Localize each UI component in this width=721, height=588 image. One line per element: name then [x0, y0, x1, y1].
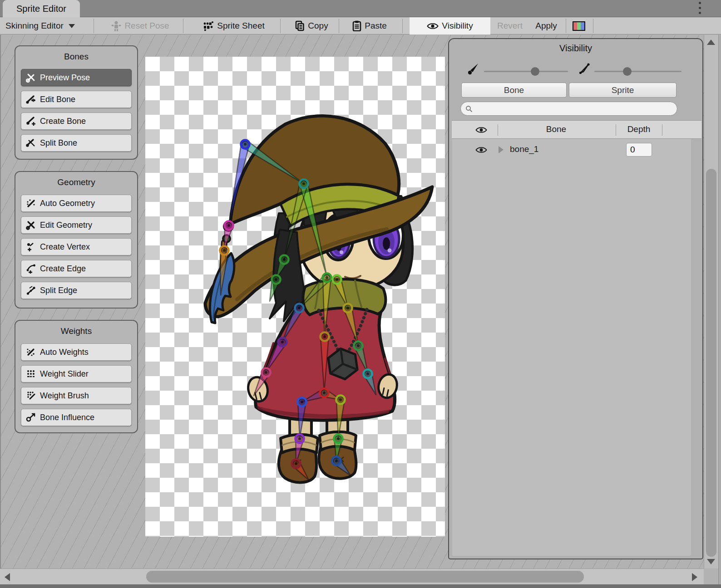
bone-row[interactable]: bone_1 — [452, 139, 701, 160]
sprite-canvas[interactable] — [145, 57, 445, 537]
reset-pose-button[interactable]: Reset Pose — [99, 17, 182, 34]
bone-outline-icon — [578, 63, 591, 75]
horizontal-scroll-thumb[interactable] — [146, 571, 584, 583]
bone-row-label: bone_1 — [510, 144, 538, 154]
toolbar-separator — [402, 19, 403, 33]
scroll-down-icon[interactable] — [707, 559, 715, 564]
bone-opacity-knob[interactable] — [531, 67, 539, 76]
window-right-edge — [718, 35, 721, 588]
eye-icon — [427, 22, 439, 30]
sprite-opacity-track[interactable] — [594, 71, 681, 72]
toolbar-separator — [183, 19, 183, 33]
visibility-panel-title: Visibility — [449, 43, 702, 54]
auto-weights-button[interactable]: Auto Weights — [21, 343, 132, 361]
depth-input[interactable] — [626, 143, 652, 157]
sprite-opacity-knob[interactable] — [623, 67, 632, 76]
window-tab-strip: Sprite Editor — [0, 0, 721, 17]
paste-icon — [352, 20, 361, 31]
column-depth: Depth — [621, 124, 657, 134]
panel-title: Weights — [21, 326, 132, 336]
column-separator — [662, 124, 662, 136]
eye-icon[interactable] — [475, 146, 487, 154]
column-separator — [498, 124, 498, 136]
eye-icon[interactable] — [475, 126, 487, 134]
preview-pose-button[interactable]: Preview Pose — [21, 69, 132, 86]
color-mode-icon[interactable] — [573, 21, 585, 31]
toolbar-separator — [280, 19, 281, 33]
search-field[interactable] — [460, 102, 677, 116]
create-bone-icon — [26, 116, 36, 126]
visibility-button[interactable]: Visibility — [410, 17, 490, 34]
window-bottom-edge — [0, 584, 721, 588]
sprite-sheet-button[interactable]: Sprite Sheet — [189, 17, 279, 34]
weight-slider-icon — [26, 369, 36, 379]
character-sprite — [145, 57, 445, 537]
weight-slider-button[interactable]: Weight Slider — [21, 365, 132, 382]
visibility-panel: Visibility Bone Sprite — [448, 38, 703, 559]
panel-weights: Weights Auto Weights Weight Slider Weigh… — [15, 320, 138, 433]
tab-sprite-editor[interactable]: Sprite Editor — [3, 0, 80, 17]
scroll-left-icon[interactable] — [5, 573, 10, 581]
vertical-scroll-thumb[interactable] — [706, 169, 716, 557]
column-separator — [616, 124, 616, 136]
toolbar-separator — [339, 19, 339, 33]
scroll-up-icon[interactable] — [707, 39, 715, 45]
sprite-sheet-icon — [203, 20, 214, 31]
create-edge-icon — [26, 264, 36, 274]
weight-brush-button[interactable]: Weight Brush — [21, 387, 132, 404]
bone-filled-icon — [467, 63, 479, 75]
horizontal-scrollbar[interactable] — [0, 568, 704, 584]
panel-title: Geometry — [21, 177, 132, 187]
edit-geometry-button[interactable]: Edit Geometry — [21, 216, 132, 234]
panel-bones: Bones Preview Pose Edit Bone Create Bone… — [15, 45, 138, 160]
split-bone-icon — [26, 138, 36, 148]
sprite-editor-window: Sprite Editor Skinning Editor Reset Pose — [0, 0, 721, 588]
bone-table-header: Bone Depth — [452, 120, 701, 139]
bone-influence-button[interactable]: Bone Influence — [21, 409, 132, 426]
bone-influence-icon — [26, 412, 36, 422]
tab-sprite[interactable]: Sprite — [569, 83, 677, 98]
editor-area: Bones Preview Pose Edit Bone Create Bone… — [0, 35, 704, 568]
auto-weights-icon — [26, 347, 36, 357]
split-edge-icon — [26, 285, 36, 295]
skinning-editor-dropdown[interactable]: Skinning Editor — [4, 17, 91, 34]
panel-geometry: Geometry Auto Geometry Edit Geometry Cre… — [15, 171, 138, 309]
bone-list-area — [452, 120, 691, 556]
copy-icon — [295, 20, 305, 31]
toolbar: Skinning Editor Reset Pose — [0, 17, 721, 34]
tab-title: Sprite Editor — [16, 4, 66, 14]
create-vertex-icon — [26, 242, 36, 252]
weight-brush-icon — [26, 391, 36, 401]
kebab-menu-icon[interactable] — [696, 2, 703, 15]
expander-icon[interactable] — [499, 146, 504, 153]
copy-button[interactable]: Copy — [286, 17, 337, 34]
edit-geometry-icon — [26, 220, 36, 230]
reset-pose-icon — [111, 20, 121, 31]
create-bone-button[interactable]: Create Bone — [21, 113, 132, 130]
column-bone: Bone — [524, 124, 588, 134]
panel-title: Bones — [21, 52, 132, 62]
auto-geometry-icon — [26, 198, 36, 208]
search-icon — [465, 105, 473, 113]
bone-opacity-track[interactable] — [484, 71, 568, 72]
revert-button[interactable]: Revert — [492, 17, 528, 34]
toolbar-separator — [94, 19, 94, 33]
create-vertex-button[interactable]: Create Vertex — [21, 238, 132, 255]
toolbar-separator — [566, 19, 566, 33]
split-bone-button[interactable]: Split Bone — [21, 134, 132, 152]
scroll-right-icon[interactable] — [692, 573, 697, 581]
edit-bone-button[interactable]: Edit Bone — [21, 91, 132, 108]
search-input[interactable] — [475, 104, 672, 114]
tab-bone[interactable]: Bone — [461, 83, 567, 98]
edit-bone-icon — [26, 94, 36, 104]
paste-button[interactable]: Paste — [344, 17, 395, 34]
auto-geometry-button[interactable]: Auto Geometry — [21, 195, 132, 212]
split-edge-button[interactable]: Split Edge — [21, 282, 132, 299]
preview-pose-icon — [26, 73, 36, 83]
toolbar-separator — [593, 19, 593, 33]
dropdown-arrow-icon — [69, 24, 75, 28]
apply-button[interactable]: Apply — [528, 17, 564, 34]
vertical-scrollbar[interactable] — [704, 35, 718, 568]
create-edge-button[interactable]: Create Edge — [21, 260, 132, 277]
